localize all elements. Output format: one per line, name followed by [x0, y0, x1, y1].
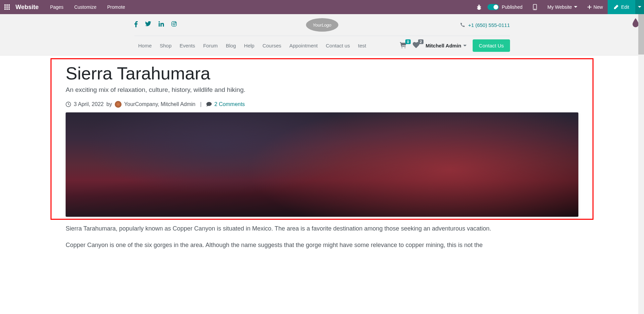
article-author: YourCompany, Mitchell Admin — [124, 101, 196, 107]
article-subtitle[interactable]: An exciting mix of relaxation, culture, … — [66, 86, 578, 94]
main-nav: Home Shop Events Forum Blog Help Courses… — [134, 40, 370, 51]
edit-dropdown-chevron[interactable] — [635, 0, 644, 14]
hero-image[interactable] — [66, 112, 578, 217]
selection-highlight: Sierra Tarahumara An exciting mix of rel… — [50, 58, 594, 220]
menu-customize[interactable]: Customize — [69, 0, 102, 14]
author-avatar — [115, 101, 122, 108]
article-title[interactable]: Sierra Tarahumara — [66, 63, 578, 83]
article-body[interactable]: Sierra Tarahumara, popularly known as Co… — [66, 224, 578, 250]
body-paragraph-1: Sierra Tarahumara, popularly known as Co… — [66, 224, 578, 234]
new-label: New — [594, 4, 603, 10]
user-name: Mitchell Admin — [426, 43, 461, 48]
svg-point-1 — [535, 9, 535, 9]
phone-link[interactable]: +1 (650) 555-0111 — [460, 22, 510, 28]
nav-contactus[interactable]: Contact us — [322, 40, 354, 51]
edit-label: Edit — [621, 4, 629, 10]
scrollbar[interactable] — [638, 14, 644, 257]
header-row-top: YourLogo +1 (650) 555-0111 — [134, 14, 510, 36]
instagram-icon[interactable] — [171, 21, 177, 29]
brand-label[interactable]: Website — [14, 4, 45, 11]
wishlist-button[interactable]: 2 — [413, 42, 419, 49]
mobile-preview-icon[interactable] — [528, 4, 542, 10]
header-right: 0 2 Mitchell Admin Contact Us — [400, 39, 510, 52]
nav-home[interactable]: Home — [134, 40, 156, 51]
nav-shop[interactable]: Shop — [156, 40, 176, 51]
header-row-nav: Home Shop Events Forum Blog Help Courses… — [134, 36, 510, 55]
published-label: Published — [502, 4, 528, 10]
facebook-icon[interactable] — [134, 21, 138, 29]
nav-courses[interactable]: Courses — [259, 40, 285, 51]
site-header: YourLogo +1 (650) 555-0111 Home Shop Eve… — [0, 14, 644, 56]
nav-test[interactable]: test — [354, 40, 370, 51]
cart-badge: 0 — [405, 39, 411, 44]
published-toggle[interactable] — [487, 4, 499, 10]
nav-blog[interactable]: Blog — [222, 40, 240, 51]
nav-appointment[interactable]: Appointment — [285, 40, 322, 51]
admin-right: Published My Website New Edit — [472, 0, 644, 14]
my-website-dropdown[interactable]: My Website — [542, 0, 583, 14]
social-icons — [134, 21, 177, 29]
contact-us-button[interactable]: Contact Us — [473, 39, 510, 52]
edit-button[interactable]: Edit — [608, 0, 635, 14]
new-button[interactable]: New — [583, 0, 608, 14]
linkedin-icon[interactable] — [159, 21, 164, 29]
menu-pages[interactable]: Pages — [45, 0, 69, 14]
cart-button[interactable]: 0 — [400, 42, 407, 49]
apps-icon[interactable] — [0, 0, 14, 14]
svg-point-4 — [175, 22, 176, 23]
svg-point-3 — [173, 23, 175, 25]
bug-icon[interactable] — [472, 4, 486, 10]
nav-help[interactable]: Help — [240, 40, 259, 51]
nav-forum[interactable]: Forum — [199, 40, 222, 51]
phone-number: +1 (650) 555-0111 — [468, 22, 510, 28]
clock-icon — [66, 102, 71, 107]
nav-events[interactable]: Events — [176, 40, 199, 51]
meta-divider: | — [200, 101, 202, 107]
article-meta: 3 April, 2022 by YourCompany, Mitchell A… — [66, 101, 578, 108]
body-paragraph-2: Copper Canyon is one of the six gorges i… — [66, 240, 578, 250]
user-dropdown[interactable]: Mitchell Admin — [426, 43, 467, 48]
logo[interactable]: YourLogo — [306, 18, 338, 32]
wishlist-badge: 2 — [418, 39, 423, 44]
content-area: Sierra Tarahumara An exciting mix of rel… — [0, 58, 644, 250]
menu-promote[interactable]: Promote — [102, 0, 131, 14]
scrollbar-thumb[interactable] — [638, 14, 644, 55]
article-date: 3 April, 2022 — [74, 101, 104, 107]
admin-bar: Website Pages Customize Promote Publishe… — [0, 0, 644, 14]
admin-left: Website Pages Customize Promote — [0, 0, 130, 14]
twitter-icon[interactable] — [145, 21, 151, 29]
logo-text: YourLogo — [313, 23, 332, 28]
by-label: by — [106, 101, 112, 107]
comments-icon — [206, 102, 212, 107]
my-website-label: My Website — [547, 4, 572, 10]
comments-link[interactable]: 2 Comments — [214, 101, 245, 107]
